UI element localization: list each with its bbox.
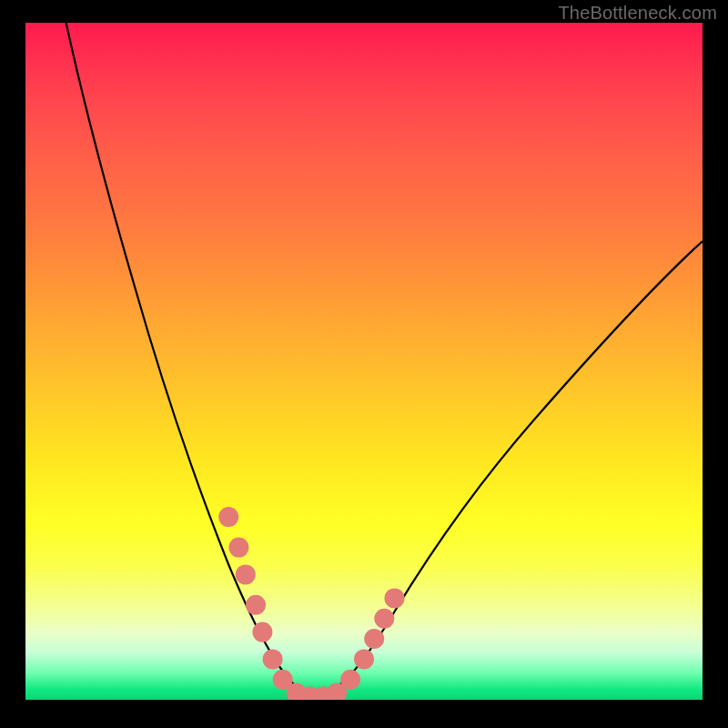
curve-marker (228, 538, 248, 558)
curve-marker (374, 609, 394, 629)
plot-area (25, 23, 703, 700)
curve-marker (252, 622, 272, 642)
bottleneck-curve (66, 23, 703, 694)
watermark-label: TheBottleneck.com (558, 3, 717, 24)
curve-marker (263, 649, 283, 669)
curve-marker (246, 595, 266, 615)
curve-layer (25, 23, 703, 700)
curve-marker (340, 670, 360, 690)
curve-marker (364, 629, 384, 649)
curve-marker (218, 507, 238, 527)
curve-marker (354, 649, 374, 669)
marker-group (218, 507, 404, 700)
curve-marker (385, 588, 405, 608)
chart-frame: TheBottleneck.com (0, 0, 728, 728)
curve-marker (236, 564, 256, 584)
